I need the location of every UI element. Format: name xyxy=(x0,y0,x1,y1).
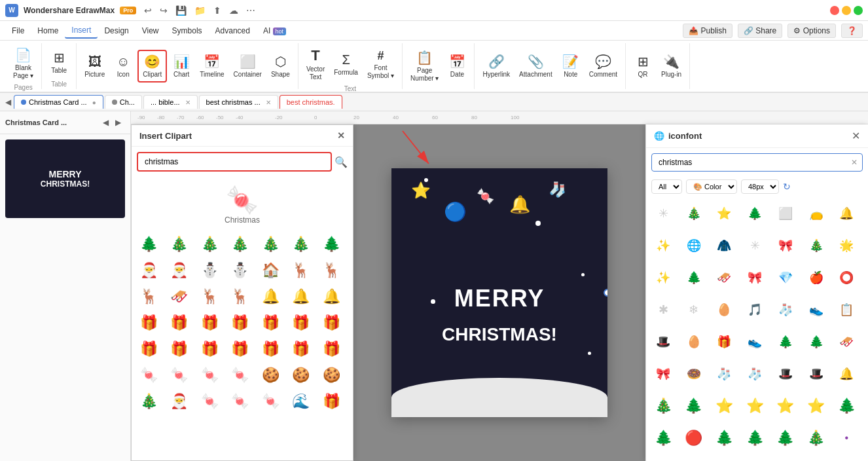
iconfont-item[interactable]: 🛷 xyxy=(712,266,736,289)
iconfont-item[interactable]: ✨ xyxy=(651,234,675,257)
iconfont-item[interactable]: 🌲 xyxy=(682,394,706,418)
menu-home[interactable]: Home xyxy=(31,24,65,38)
comment-button[interactable]: 💬 Comment xyxy=(585,51,621,81)
hyperlink-button[interactable]: 🔗 Hyperlink xyxy=(479,51,514,81)
clipart-item[interactable]: 🎁 xyxy=(137,337,160,361)
iconfont-item[interactable]: 🌲 xyxy=(774,426,797,450)
menu-symbols[interactable]: Symbols xyxy=(166,24,209,38)
iconfont-item[interactable]: 🎄 xyxy=(805,234,828,257)
clipart-item[interactable]: 🎁 xyxy=(289,337,313,361)
iconfont-item[interactable]: 🌲 xyxy=(805,330,828,354)
attachment-button[interactable]: 📎 Attachment xyxy=(515,51,556,81)
iconfont-item[interactable]: 🎄 xyxy=(682,202,706,225)
iconfont-item[interactable]: 🧦 xyxy=(743,362,767,386)
clipart-item[interactable]: 🍬 xyxy=(198,390,221,413)
clipart-item[interactable]: 🍬 xyxy=(259,390,282,413)
iconfont-filter-color[interactable]: 🎨 Color xyxy=(686,179,737,194)
open-button[interactable]: 📁 xyxy=(192,4,208,17)
iconfont-item[interactable]: 🍩 xyxy=(682,362,706,386)
qr-button[interactable]: ⊞ QR xyxy=(630,51,656,81)
date-button[interactable]: 📅 Date xyxy=(444,51,470,81)
clipart-item[interactable]: 🍬 xyxy=(168,363,191,387)
clipart-item[interactable]: 🎄 xyxy=(289,232,313,256)
iconfont-item[interactable]: 🧦 xyxy=(712,362,736,386)
timeline-button[interactable]: 📅 Timeline xyxy=(196,51,228,81)
iconfont-filter-all[interactable]: All xyxy=(651,179,682,194)
clipart-button[interactable]: 😊 Clipart xyxy=(137,50,167,83)
minimize-window-button[interactable] xyxy=(842,6,851,15)
save-button[interactable]: 💾 xyxy=(173,4,189,17)
iconfont-item[interactable]: 🎩 xyxy=(774,362,797,386)
note-button[interactable]: 📝 Note xyxy=(558,51,584,81)
iconfont-item[interactable]: 👟 xyxy=(743,330,767,354)
iconfont-item[interactable]: 🔴 xyxy=(682,426,706,450)
clipart-item[interactable]: 🎄 xyxy=(137,390,160,413)
clipart-item[interactable]: 🎄 xyxy=(228,232,252,256)
clipart-item[interactable]: ⛄ xyxy=(198,259,221,282)
iconfont-item[interactable]: ⭐ xyxy=(774,394,797,418)
iconfont-item[interactable]: 🎵 xyxy=(743,298,767,322)
iconfont-item[interactable]: 🌟 xyxy=(835,234,858,257)
iconfont-item[interactable]: 🌐 xyxy=(682,234,706,257)
tab-best-christmas2[interactable]: best christmas. xyxy=(280,95,342,109)
clipart-item[interactable]: 🦌 xyxy=(319,259,343,282)
chart-button[interactable]: 📊 Chart xyxy=(168,51,194,81)
clipart-item[interactable]: 🎄 xyxy=(198,232,221,256)
clipart-item[interactable]: 🍬 xyxy=(228,363,252,387)
sidebar-nav-prev[interactable]: ◀ xyxy=(100,117,111,128)
clipart-item[interactable]: 🎁 xyxy=(168,337,191,361)
iconfont-item[interactable]: 🎀 xyxy=(651,362,675,386)
vector-text-button[interactable]: T VectorText xyxy=(302,45,329,84)
container-button[interactable]: ⬜ Container xyxy=(230,51,266,81)
clipart-item[interactable]: 🦌 xyxy=(289,259,313,282)
clipart-item[interactable]: 🎅 xyxy=(168,259,191,282)
publish-button[interactable]: 📤 Publish xyxy=(683,24,732,38)
clipart-item[interactable]: 🌲 xyxy=(319,232,343,256)
iconfont-item[interactable]: 📋 xyxy=(835,298,858,322)
iconfont-close-button[interactable]: ✕ xyxy=(852,130,860,142)
icon-button[interactable]: ☺ Icon xyxy=(110,52,136,81)
iconfont-item[interactable]: 🛷 xyxy=(835,330,858,354)
clipart-item[interactable]: 🏠 xyxy=(259,259,282,282)
iconfont-item[interactable]: 🌲 xyxy=(835,394,858,418)
iconfont-item[interactable]: 🔔 xyxy=(835,362,858,386)
share-button[interactable]: 🔗 Share xyxy=(738,24,782,38)
iconfont-item[interactable]: 👝 xyxy=(805,202,828,225)
clipart-item[interactable]: 🎄 xyxy=(168,232,191,256)
iconfont-item[interactable]: 🌲 xyxy=(651,426,675,450)
iconfont-item[interactable]: 🌲 xyxy=(743,426,767,450)
tab-best-christmas1[interactable]: best christmas ... ✕ xyxy=(199,95,278,109)
iconfont-item[interactable]: ✳ xyxy=(651,202,675,225)
clipart-item[interactable]: 🎁 xyxy=(259,337,282,361)
iconfont-item[interactable]: 🔔 xyxy=(835,202,858,225)
options-button[interactable]: ⚙ Options xyxy=(787,24,836,38)
tab-close-button[interactable]: ● xyxy=(92,99,96,106)
iconfont-item[interactable]: ⭕ xyxy=(835,266,858,289)
menu-advanced[interactable]: Advanced xyxy=(209,24,257,38)
clipart-item[interactable]: 🎁 xyxy=(289,311,313,335)
tab-close-button[interactable]: ✕ xyxy=(185,99,190,106)
clipart-close-button[interactable]: ✕ xyxy=(337,130,345,141)
iconfont-item[interactable]: 🧦 xyxy=(774,298,797,322)
tab-close-button[interactable]: ✕ xyxy=(266,99,271,106)
clipart-item[interactable]: 🎁 xyxy=(319,311,343,335)
maximize-window-button[interactable] xyxy=(854,6,863,15)
iconfont-item[interactable]: 🍎 xyxy=(805,266,828,289)
clipart-item[interactable]: 🎁 xyxy=(259,311,282,335)
iconfont-item[interactable]: 🎩 xyxy=(651,330,675,354)
clipart-item[interactable]: 🦌 xyxy=(228,285,252,308)
iconfont-item[interactable]: 👟 xyxy=(805,298,828,322)
iconfont-item[interactable]: ❄ xyxy=(682,298,706,322)
clipart-item[interactable]: 🦌 xyxy=(137,285,160,308)
iconfont-item[interactable]: ⭐ xyxy=(712,394,736,418)
shape-button[interactable]: ⬡ Shape xyxy=(267,51,294,81)
iconfont-item[interactable]: 🌲 xyxy=(774,330,797,354)
iconfont-item[interactable]: 🎀 xyxy=(774,234,797,257)
clipart-item[interactable]: 🦌 xyxy=(198,285,221,308)
undo-button[interactable]: ↩ xyxy=(141,4,154,17)
iconfont-item[interactable]: 🎀 xyxy=(743,266,767,289)
iconfont-item[interactable]: 🎁 xyxy=(712,330,736,354)
menu-design[interactable]: Design xyxy=(98,24,135,38)
iconfont-item[interactable]: 🎄 xyxy=(805,426,828,450)
iconfont-item[interactable]: ✨ xyxy=(651,266,675,289)
